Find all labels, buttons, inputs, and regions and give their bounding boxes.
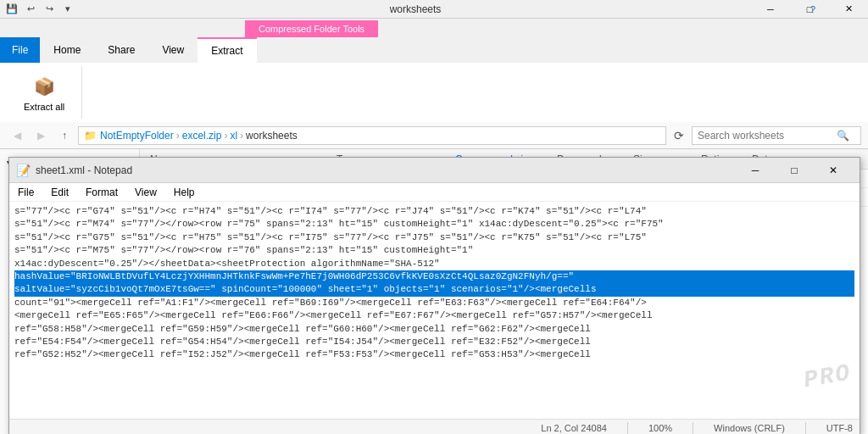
search-box: 🔍: [692, 126, 861, 145]
ribbon-strip: Compressed Folder Tools: [0, 19, 868, 37]
cft-label: Compressed Folder Tools: [245, 20, 378, 37]
help-btn[interactable]: ?: [802, 0, 824, 19]
refresh-btn[interactable]: ⟳: [670, 126, 688, 145]
notepad-menu-view[interactable]: View: [130, 185, 162, 200]
status-zoom: 100%: [648, 423, 672, 433]
notepad-menubar: File Edit Format View Help: [9, 183, 860, 202]
extract-all-label: Extract all: [24, 102, 64, 112]
status-line-ending: Windows (CRLF): [714, 423, 785, 433]
watermark: PRO: [801, 356, 854, 397]
text-line-11: ref="G52:H52"/><mergeCell ref="I52:J52"/…: [14, 348, 854, 361]
text-line-3: s="51"/><c r="M75" s="77"/></row><row r=…: [14, 244, 854, 257]
tab-home[interactable]: Home: [40, 37, 94, 63]
notepad-content[interactable]: s="77"/><c r="G74" s="51"/><c r="H74" s=…: [9, 202, 860, 419]
qat-dropdown-btn[interactable]: ▾: [59, 1, 76, 18]
app-title-bar: 💾 ↩ ↪ ▾ worksheets ─ □ ✕ ?: [0, 0, 868, 19]
text-line-9: ref="G58:H58"/><mergeCell ref="G59:H59"/…: [14, 323, 854, 336]
search-icon[interactable]: 🔍: [837, 130, 849, 142]
status-encoding: UTF-8: [826, 423, 853, 433]
notepad-menu-help[interactable]: Help: [169, 185, 200, 200]
notepad-icon: 📝: [16, 164, 31, 177]
notepad-menu-edit[interactable]: Edit: [46, 185, 74, 200]
extract-ribbon-group: 📦 Extract all: [7, 66, 82, 119]
text-line-2: s="51"/><c r="G75" s="51"/><c r="H75" s=…: [14, 231, 854, 244]
undo-qat-btn[interactable]: ↩: [22, 1, 39, 18]
notepad-minimize-btn[interactable]: ─: [736, 158, 775, 183]
ribbon-content: 📦 Extract all: [0, 63, 868, 122]
breadcrumb-part-3[interactable]: xl: [230, 130, 237, 142]
extract-all-icon: 📦: [31, 73, 58, 100]
text-line-0: s="77"/><c r="G74" s="51"/><c r="H74" s=…: [14, 205, 854, 218]
notepad-window: 📝 sheet1.xml - Notepad ─ □ ✕ File Edit F…: [8, 157, 860, 434]
tab-extract[interactable]: Extract: [198, 37, 256, 63]
breadcrumb-part-1[interactable]: NotEmptyFolder: [100, 130, 174, 142]
notepad-window-controls: ─ □ ✕: [736, 158, 853, 183]
breadcrumb-part-4: worksheets: [246, 130, 298, 142]
notepad-titlebar: 📝 sheet1.xml - Notepad ─ □ ✕: [9, 158, 860, 183]
address-breadcrumb[interactable]: 📁 NotEmptyFolder › excel.zip › xl › work…: [78, 126, 666, 145]
notepad-maximize-btn[interactable]: □: [775, 158, 814, 183]
breadcrumb-icon: 📁: [84, 130, 97, 142]
extract-all-btn[interactable]: 📦 Extract all: [17, 70, 71, 115]
text-line-10: ref="E54:F54"/><mergeCell ref="G54:H54"/…: [14, 336, 854, 348]
minimize-btn[interactable]: ─: [751, 0, 790, 19]
search-input[interactable]: [698, 130, 833, 142]
text-line-4: x14ac:dyDescent="0.25"/></sheetData><she…: [14, 258, 854, 270]
status-position: Ln 2, Col 24084: [541, 423, 607, 433]
app-title: worksheets: [80, 3, 751, 15]
text-line-1: s="51"/><c r="M74" s="77"/></row><row r=…: [14, 218, 854, 231]
close-btn[interactable]: ✕: [829, 0, 868, 19]
redo-qat-btn[interactable]: ↪: [41, 1, 58, 18]
ribbon-tabs: File Home Share View Extract: [0, 37, 868, 63]
save-qat-btn[interactable]: 💾: [3, 1, 20, 18]
text-line-7: count="91"><mergeCell ref="A1:F1"/><merg…: [14, 297, 854, 309]
notepad-menu-file[interactable]: File: [13, 185, 39, 200]
forward-btn[interactable]: ▶: [31, 125, 51, 146]
text-line-6-highlight: saltValue="syzcCib1voQt7mOxE7tsGw==" spi…: [14, 283, 854, 296]
quick-access-toolbar: 💾 ↩ ↪ ▾: [0, 1, 80, 18]
notepad-statusbar: Ln 2, Col 24084 100% Windows (CRLF) UTF-…: [9, 419, 860, 434]
address-bar: ◀ ▶ ↑ 📁 NotEmptyFolder › excel.zip › xl …: [0, 122, 868, 149]
notepad-menu-format[interactable]: Format: [81, 185, 123, 200]
tab-view[interactable]: View: [148, 37, 198, 63]
notepad-title: sheet1.xml - Notepad: [36, 164, 736, 176]
breadcrumb-part-2[interactable]: excel.zip: [182, 130, 222, 142]
tab-share[interactable]: Share: [94, 37, 148, 63]
back-btn[interactable]: ◀: [7, 125, 27, 146]
tab-file[interactable]: File: [0, 37, 40, 63]
up-btn[interactable]: ↑: [54, 125, 75, 146]
notepad-close-btn[interactable]: ✕: [814, 158, 853, 183]
text-line-5-highlight: hashValue="BRIoNWLBtDVufLY4LczjYXHHmnJHT…: [14, 270, 854, 283]
text-line-8: <mergeCell ref="E65:F65"/><mergeCell ref…: [14, 309, 854, 322]
